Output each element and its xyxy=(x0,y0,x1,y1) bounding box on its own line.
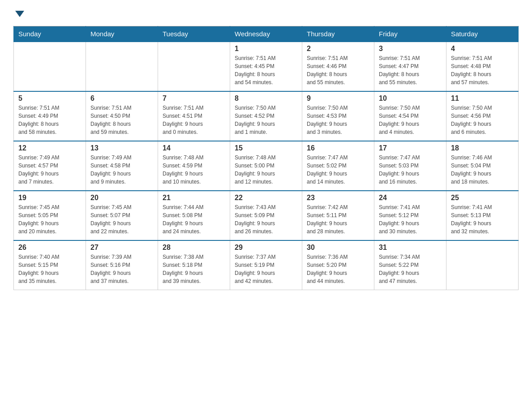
calendar-cell: 5Sunrise: 7:51 AMSunset: 4:49 PMDaylight… xyxy=(14,91,86,141)
calendar-cell: 17Sunrise: 7:47 AMSunset: 5:03 PMDayligh… xyxy=(374,141,446,191)
calendar-cell: 1Sunrise: 7:51 AMSunset: 4:45 PMDaylight… xyxy=(230,42,302,91)
calendar-cell: 7Sunrise: 7:51 AMSunset: 4:51 PMDaylight… xyxy=(158,91,230,141)
day-info: Sunrise: 7:48 AMSunset: 5:00 PMDaylight:… xyxy=(235,154,297,186)
calendar-cell: 2Sunrise: 7:51 AMSunset: 4:46 PMDaylight… xyxy=(302,42,374,91)
day-number: 24 xyxy=(379,194,442,202)
day-number: 26 xyxy=(18,244,81,252)
calendar-table: SundayMondayTuesdayWednesdayThursdayFrid… xyxy=(13,26,519,290)
calendar-cell: 24Sunrise: 7:41 AMSunset: 5:12 PMDayligh… xyxy=(374,191,446,240)
day-info: Sunrise: 7:50 AMSunset: 4:53 PMDaylight:… xyxy=(307,104,369,136)
day-info: Sunrise: 7:39 AMSunset: 5:16 PMDaylight:… xyxy=(90,253,153,285)
week-row: 26Sunrise: 7:40 AMSunset: 5:15 PMDayligh… xyxy=(14,240,519,290)
day-info: Sunrise: 7:42 AMSunset: 5:11 PMDaylight:… xyxy=(307,203,369,235)
day-info: Sunrise: 7:49 AMSunset: 4:58 PMDaylight:… xyxy=(90,154,153,186)
calendar-cell: 29Sunrise: 7:37 AMSunset: 5:19 PMDayligh… xyxy=(230,240,302,290)
calendar-cell xyxy=(14,42,86,91)
day-number: 13 xyxy=(90,144,153,152)
calendar-cell: 4Sunrise: 7:51 AMSunset: 4:48 PMDaylight… xyxy=(446,42,519,91)
day-number: 15 xyxy=(235,144,297,152)
calendar-cell: 16Sunrise: 7:47 AMSunset: 5:02 PMDayligh… xyxy=(302,141,374,191)
calendar-cell xyxy=(446,240,519,290)
calendar-cell: 31Sunrise: 7:34 AMSunset: 5:22 PMDayligh… xyxy=(374,240,446,290)
day-number: 16 xyxy=(307,144,369,152)
calendar-cell xyxy=(86,42,158,91)
day-info: Sunrise: 7:45 AMSunset: 5:05 PMDaylight:… xyxy=(18,203,81,235)
day-info: Sunrise: 7:47 AMSunset: 5:03 PMDaylight:… xyxy=(379,154,442,186)
day-of-week-header: Wednesday xyxy=(230,26,302,42)
day-info: Sunrise: 7:40 AMSunset: 5:15 PMDaylight:… xyxy=(18,253,81,285)
week-row: 12Sunrise: 7:49 AMSunset: 4:57 PMDayligh… xyxy=(14,141,519,191)
day-info: Sunrise: 7:37 AMSunset: 5:19 PMDaylight:… xyxy=(235,253,297,285)
day-number: 3 xyxy=(379,45,442,53)
calendar-cell: 20Sunrise: 7:45 AMSunset: 5:07 PMDayligh… xyxy=(86,191,158,240)
days-of-week-row: SundayMondayTuesdayWednesdayThursdayFrid… xyxy=(14,26,519,42)
day-info: Sunrise: 7:45 AMSunset: 5:07 PMDaylight:… xyxy=(90,203,153,235)
calendar-cell: 28Sunrise: 7:38 AMSunset: 5:18 PMDayligh… xyxy=(158,240,230,290)
calendar-cell: 10Sunrise: 7:50 AMSunset: 4:54 PMDayligh… xyxy=(374,91,446,141)
day-info: Sunrise: 7:49 AMSunset: 4:57 PMDaylight:… xyxy=(18,154,81,186)
day-info: Sunrise: 7:38 AMSunset: 5:18 PMDaylight:… xyxy=(163,253,225,285)
calendar-cell: 15Sunrise: 7:48 AMSunset: 5:00 PMDayligh… xyxy=(230,141,302,191)
day-number: 11 xyxy=(451,94,514,103)
day-number: 8 xyxy=(235,94,297,103)
calendar-cell: 22Sunrise: 7:43 AMSunset: 5:09 PMDayligh… xyxy=(230,191,302,240)
day-info: Sunrise: 7:51 AMSunset: 4:51 PMDaylight:… xyxy=(163,104,225,136)
calendar-cell: 23Sunrise: 7:42 AMSunset: 5:11 PMDayligh… xyxy=(302,191,374,240)
day-info: Sunrise: 7:51 AMSunset: 4:48 PMDaylight:… xyxy=(451,54,514,86)
day-number: 9 xyxy=(307,94,369,103)
day-info: Sunrise: 7:43 AMSunset: 5:09 PMDaylight:… xyxy=(235,203,297,235)
day-number: 22 xyxy=(235,194,297,202)
day-number: 6 xyxy=(90,94,153,103)
calendar-cell: 6Sunrise: 7:51 AMSunset: 4:50 PMDaylight… xyxy=(86,91,158,141)
week-row: 1Sunrise: 7:51 AMSunset: 4:45 PMDaylight… xyxy=(14,42,519,91)
day-info: Sunrise: 7:50 AMSunset: 4:54 PMDaylight:… xyxy=(379,104,442,136)
day-info: Sunrise: 7:47 AMSunset: 5:02 PMDaylight:… xyxy=(307,154,369,186)
calendar-cell: 3Sunrise: 7:51 AMSunset: 4:47 PMDaylight… xyxy=(374,42,446,91)
day-of-week-header: Monday xyxy=(86,26,158,42)
calendar-cell: 21Sunrise: 7:44 AMSunset: 5:08 PMDayligh… xyxy=(158,191,230,240)
calendar-cell: 27Sunrise: 7:39 AMSunset: 5:16 PMDayligh… xyxy=(86,240,158,290)
day-info: Sunrise: 7:51 AMSunset: 4:46 PMDaylight:… xyxy=(307,54,369,86)
calendar-cell xyxy=(158,42,230,91)
day-number: 12 xyxy=(18,144,81,152)
calendar-cell: 18Sunrise: 7:46 AMSunset: 5:04 PMDayligh… xyxy=(446,141,519,191)
day-info: Sunrise: 7:41 AMSunset: 5:12 PMDaylight:… xyxy=(379,203,442,235)
day-info: Sunrise: 7:36 AMSunset: 5:20 PMDaylight:… xyxy=(307,253,369,285)
calendar-body: 1Sunrise: 7:51 AMSunset: 4:45 PMDaylight… xyxy=(14,42,519,290)
day-of-week-header: Friday xyxy=(374,26,446,42)
day-number: 18 xyxy=(451,144,514,152)
day-info: Sunrise: 7:46 AMSunset: 5:04 PMDaylight:… xyxy=(451,154,514,186)
day-of-week-header: Saturday xyxy=(446,26,519,42)
calendar-cell: 9Sunrise: 7:50 AMSunset: 4:53 PMDaylight… xyxy=(302,91,374,141)
calendar-header: SundayMondayTuesdayWednesdayThursdayFrid… xyxy=(14,26,519,42)
day-info: Sunrise: 7:34 AMSunset: 5:22 PMDaylight:… xyxy=(379,253,442,285)
day-info: Sunrise: 7:50 AMSunset: 4:52 PMDaylight:… xyxy=(235,104,297,136)
day-of-week-header: Thursday xyxy=(302,26,374,42)
day-number: 27 xyxy=(90,244,153,252)
day-info: Sunrise: 7:51 AMSunset: 4:47 PMDaylight:… xyxy=(379,54,442,86)
day-info: Sunrise: 7:50 AMSunset: 4:56 PMDaylight:… xyxy=(451,104,514,136)
day-info: Sunrise: 7:44 AMSunset: 5:08 PMDaylight:… xyxy=(163,203,225,235)
day-number: 4 xyxy=(451,45,514,53)
day-number: 7 xyxy=(163,94,225,103)
day-info: Sunrise: 7:41 AMSunset: 5:13 PMDaylight:… xyxy=(451,203,514,235)
calendar-cell: 30Sunrise: 7:36 AMSunset: 5:20 PMDayligh… xyxy=(302,240,374,290)
calendar-cell: 19Sunrise: 7:45 AMSunset: 5:05 PMDayligh… xyxy=(14,191,86,240)
day-number: 5 xyxy=(18,94,81,103)
calendar-cell: 14Sunrise: 7:48 AMSunset: 4:59 PMDayligh… xyxy=(158,141,230,191)
day-number: 30 xyxy=(307,244,369,252)
day-number: 31 xyxy=(379,244,442,252)
logo-arrow-icon xyxy=(15,11,24,17)
day-number: 21 xyxy=(163,194,225,202)
day-number: 2 xyxy=(307,45,369,53)
day-number: 14 xyxy=(163,144,225,152)
day-number: 10 xyxy=(379,94,442,103)
day-info: Sunrise: 7:51 AMSunset: 4:45 PMDaylight:… xyxy=(235,54,297,86)
calendar-cell: 11Sunrise: 7:50 AMSunset: 4:56 PMDayligh… xyxy=(446,91,519,141)
calendar-cell: 12Sunrise: 7:49 AMSunset: 4:57 PMDayligh… xyxy=(14,141,86,191)
day-of-week-header: Tuesday xyxy=(158,26,230,42)
day-number: 23 xyxy=(307,194,369,202)
calendar-cell: 13Sunrise: 7:49 AMSunset: 4:58 PMDayligh… xyxy=(86,141,158,191)
day-of-week-header: Sunday xyxy=(14,26,86,42)
day-number: 17 xyxy=(379,144,442,152)
